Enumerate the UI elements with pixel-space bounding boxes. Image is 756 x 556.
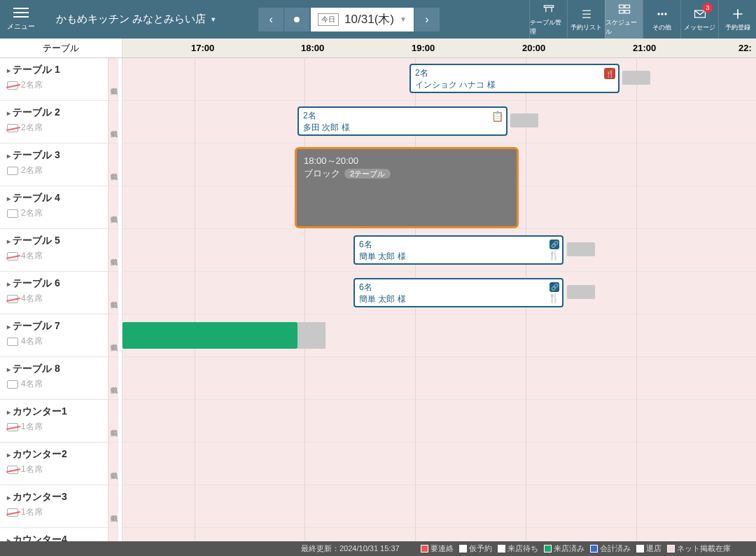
reservation-card[interactable]: 2名 インショク ハナコ 様 🍴: [410, 64, 620, 93]
svg-rect-4: [624, 11, 629, 13]
today-dot-button[interactable]: [284, 8, 309, 32]
seat-icon: [7, 81, 18, 90]
grid-row[interactable]: [122, 528, 756, 541]
nav-other[interactable]: その他: [643, 0, 680, 39]
mail-icon: [692, 7, 708, 21]
seat-icon: [7, 338, 18, 346]
table-seats: 2名席: [7, 122, 101, 134]
table-row[interactable]: テーブル 4 2名席: [0, 186, 108, 229]
grid-row[interactable]: [122, 443, 756, 485]
grid-row[interactable]: [122, 485, 756, 528]
table-row[interactable]: カウンター3 1名席: [0, 485, 108, 528]
table-icon: [541, 2, 556, 16]
grid-row[interactable]: [122, 400, 756, 443]
table-name: テーブル 7: [7, 320, 101, 333]
schedule-icon: [617, 2, 632, 16]
table-row[interactable]: テーブル 3 2名席: [0, 144, 108, 186]
dots-icon: [654, 7, 670, 21]
time-gridline: [636, 58, 637, 541]
fork-icon: 🍴: [548, 293, 559, 303]
nav-schedule[interactable]: スケジュール: [605, 0, 643, 39]
table-seats: 2名席: [7, 207, 101, 219]
publish-status: 掲載中: [108, 443, 118, 485]
seat-icon: [7, 380, 18, 389]
table-name: カウンター1: [7, 405, 101, 418]
seat-icon: [7, 209, 18, 218]
table-row[interactable]: テーブル 5 4名席: [0, 229, 108, 272]
seat-icon: [7, 167, 18, 175]
table-row[interactable]: テーブル 8 4名席: [0, 357, 108, 400]
publish-status: 掲載中: [108, 485, 118, 528]
table-seats: 4名席: [7, 293, 101, 305]
table-seats: 4名席: [7, 250, 101, 262]
nav-add-reservation[interactable]: 予約登録: [718, 0, 756, 39]
legend-item: 退店: [636, 543, 662, 554]
reservation-card[interactable]: 6名 簡単 太郎 様 🔗 🍴: [354, 235, 564, 265]
fork-icon: 🍴: [548, 250, 559, 260]
date-picker[interactable]: 今日 10/31(木) ▼: [311, 8, 414, 32]
svg-rect-1: [619, 5, 624, 8]
svg-point-7: [664, 13, 666, 15]
legend-item: 会計済み: [590, 543, 631, 554]
store-selector[interactable]: かもめキッチン みなとみらい店: [42, 13, 230, 26]
time-label: 17:00: [191, 39, 214, 58]
nav-reservation-list[interactable]: 予約リスト: [567, 0, 605, 39]
seat-icon: [7, 466, 18, 474]
date-navigator: ‹ 今日 10/31(木) ▼ ›: [258, 8, 440, 32]
table-name: テーブル 6: [7, 277, 101, 290]
gray-slot: [567, 242, 595, 256]
reservation-card[interactable]: 6名 簡単 太郎 様 🔗 🍴: [354, 278, 564, 307]
legend-item: 来店待ち: [498, 543, 538, 554]
link-icon: 🔗: [550, 239, 559, 249]
table-name: カウンター2: [7, 448, 101, 461]
publish-status: 掲載中: [108, 314, 118, 357]
block-card[interactable]: 18:00～20:00 ブロック2テーブル: [295, 147, 519, 228]
menu-label: メニュー: [7, 22, 35, 32]
table-row[interactable]: カウンター2 1名席: [0, 443, 108, 485]
table-seats: 2名席: [7, 165, 101, 176]
seat-icon: [7, 124, 18, 132]
prev-day-button[interactable]: ‹: [258, 8, 284, 32]
table-row[interactable]: テーブル 1 2名席: [0, 58, 108, 101]
table-row[interactable]: テーブル 7 4名席: [0, 314, 108, 357]
table-seats: 1名席: [7, 421, 101, 433]
table-seats: 2名席: [7, 79, 101, 91]
table-row[interactable]: テーブル 6 4名席: [0, 272, 108, 314]
table-row[interactable]: テーブル 2 2名席: [0, 101, 108, 144]
svg-rect-3: [619, 11, 624, 13]
time-label: 21:00: [633, 39, 656, 58]
table-seats: 4名席: [7, 335, 101, 347]
reservation-card[interactable]: 2名 多田 次郎 様 📋: [298, 106, 507, 136]
meal-icon: 🍴: [604, 68, 615, 79]
publish-status: 掲載中: [108, 357, 118, 400]
publish-status: 掲載中: [108, 272, 118, 314]
time-label: 22:: [738, 39, 752, 58]
grid-row[interactable]: [122, 357, 756, 400]
gray-slot: [567, 285, 595, 299]
seated-bar[interactable]: [122, 322, 298, 349]
svg-rect-0: [544, 6, 553, 8]
svg-point-6: [661, 13, 663, 15]
publish-status: 掲載中: [108, 144, 118, 186]
publish-status: 掲載中: [108, 229, 118, 272]
hamburger-icon: [13, 8, 29, 18]
table-row[interactable]: カウンター1 1名席: [0, 400, 108, 443]
seat-icon: [7, 252, 18, 260]
time-gridline: [195, 58, 195, 541]
plus-icon: [730, 7, 746, 21]
table-name: カウンター3: [7, 491, 101, 503]
seat-icon: [7, 508, 18, 517]
last-updated: 最終更新：2024/10/31 15:37: [301, 543, 400, 554]
nav-messages[interactable]: メッセージ: [680, 0, 718, 39]
chevron-down-icon: ▼: [400, 15, 407, 23]
legend-item: 仮予約: [459, 543, 492, 554]
legend-item: 来店済み: [544, 543, 584, 554]
nav-table-management[interactable]: テーブル管理: [529, 0, 567, 39]
menu-button[interactable]: メニュー: [0, 0, 42, 39]
table-seats: 1名席: [7, 464, 101, 475]
publish-status: 掲載中: [108, 186, 118, 229]
next-day-button[interactable]: ›: [414, 8, 440, 32]
clipboard-icon: 📋: [491, 111, 503, 122]
link-icon: 🔗: [550, 282, 559, 292]
table-seats: 4名席: [7, 378, 101, 390]
